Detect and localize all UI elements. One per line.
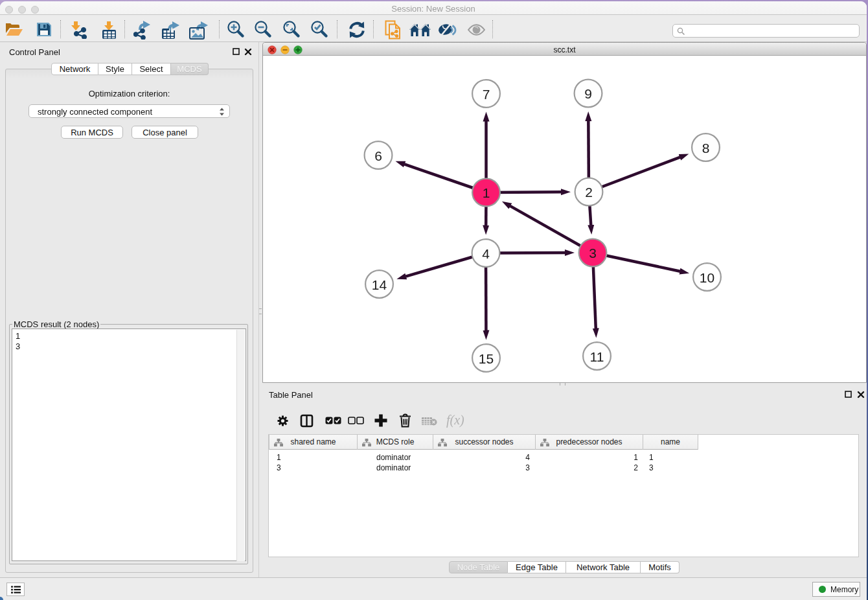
svg-text:6: 6 (374, 148, 382, 163)
svg-text:15: 15 (479, 351, 494, 366)
svg-text:3: 3 (589, 246, 597, 260)
svg-text:7: 7 (483, 87, 490, 102)
svg-text:8: 8 (702, 141, 710, 156)
svg-text:9: 9 (584, 86, 592, 101)
svg-text:10: 10 (700, 270, 714, 285)
svg-text:4: 4 (482, 246, 490, 261)
svg-text:14: 14 (372, 277, 387, 292)
svg-text:1: 1 (483, 185, 490, 200)
svg-text:2: 2 (585, 185, 593, 200)
svg-text:11: 11 (590, 349, 604, 364)
